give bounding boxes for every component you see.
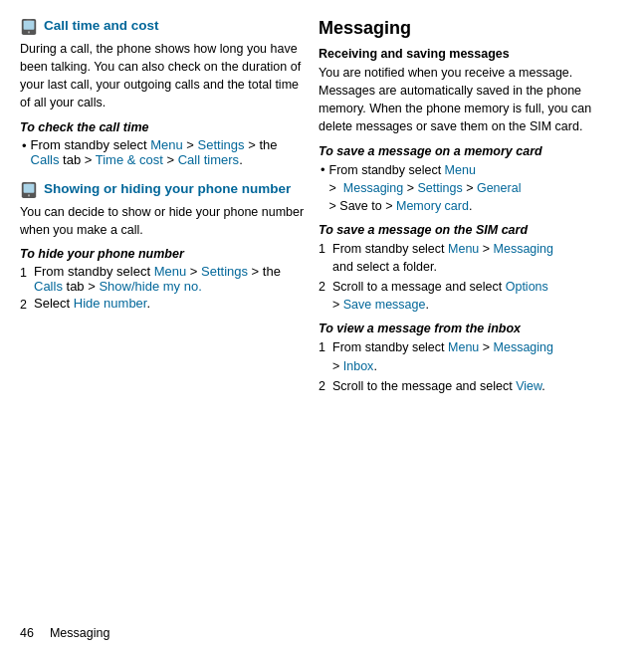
vi1-sep2: > xyxy=(332,359,343,373)
save-memory-text: From standby select Menu > Messaging > S… xyxy=(329,161,522,215)
hs1-pre: From standby select xyxy=(34,264,154,279)
cct-sep3: tab > xyxy=(59,152,95,167)
page-footer: 46 Messaging xyxy=(20,620,624,640)
hs1-m1: Menu xyxy=(154,264,187,279)
sm-sep4: > Save to > xyxy=(329,199,396,213)
save-sim-title: To save a message on the SIM card xyxy=(319,223,624,237)
check-call-time-text: From standby select Menu > Settings > th… xyxy=(31,137,309,167)
cct-menu5: Call timers xyxy=(178,152,239,167)
check-call-time-title: To check the call time xyxy=(20,120,309,134)
view-inbox-title: To view a message from the inbox xyxy=(319,322,624,335)
hide-number-step1: 1 From standby select Menu > Settings > … xyxy=(20,264,309,294)
left-column: Call time and cost During a call, the ph… xyxy=(20,18,309,620)
vi2-end: . xyxy=(541,379,544,393)
svg-rect-1 xyxy=(24,21,35,30)
call-time-title-row: Call time and cost xyxy=(20,18,309,36)
sm-sep2: > xyxy=(403,181,417,195)
phone-icon-2 xyxy=(20,181,38,199)
ss2-m1: Options xyxy=(506,280,548,294)
save-memory-steps: • From standby select Menu > Messaging >… xyxy=(321,161,624,215)
svg-rect-5 xyxy=(24,183,35,192)
vi2-text: Scroll to the message and select View. xyxy=(332,377,545,395)
svg-point-2 xyxy=(28,31,30,33)
vi2-num: 2 xyxy=(319,377,328,395)
check-call-time-steps: • From standby select Menu > Settings > … xyxy=(22,137,309,167)
vi1-text: From standby select Menu > Messaging> In… xyxy=(332,338,553,374)
vi1-m3: Inbox xyxy=(343,359,374,373)
sm-m5: Memory card xyxy=(396,199,469,213)
hs2-m: Hide number xyxy=(74,296,147,311)
save-sim-step1: 1 From standby select Menu > Messagingan… xyxy=(319,240,624,276)
bullet-dot: • xyxy=(22,137,27,156)
svg-rect-3 xyxy=(26,20,31,21)
cct-menu4: Time & cost xyxy=(96,152,163,167)
step2-num: 2 xyxy=(20,296,30,314)
cct-sep2: > the xyxy=(245,137,278,152)
ss1-num: 1 xyxy=(319,240,328,258)
vi1-m2: Messaging xyxy=(494,340,553,354)
call-time-section: Call time and cost During a call, the ph… xyxy=(20,18,309,167)
vi1-sep1: > xyxy=(479,340,493,354)
two-column-layout: Call time and cost During a call, the ph… xyxy=(20,18,624,620)
sm-end: . xyxy=(469,199,472,213)
receiving-body: You are notified when you receive a mess… xyxy=(319,64,624,136)
hs1-m2: Settings xyxy=(201,264,248,279)
ss1-text: From standby select Menu > Messagingand … xyxy=(332,240,553,276)
sm-sep1: > xyxy=(329,181,343,195)
svg-point-6 xyxy=(28,194,30,196)
cct-sep4: > xyxy=(163,152,178,167)
cct-menu3: Calls xyxy=(31,152,60,167)
show-hide-section: Showing or hiding your phone number You … xyxy=(20,181,309,314)
sm-pre: From standby select xyxy=(329,163,445,177)
hs1-m3: Calls xyxy=(34,279,63,294)
page: Call time and cost During a call, the ph… xyxy=(0,0,644,650)
ss2-text: Scroll to a message and select Options> … xyxy=(332,278,548,314)
vi1-num: 1 xyxy=(319,338,328,356)
cct-sep1: > xyxy=(183,137,198,152)
ss1-pre: From standby select xyxy=(332,242,448,256)
call-time-heading: Call time and cost xyxy=(44,18,159,35)
cct-menu1: Menu xyxy=(150,137,183,152)
hide-number-step2: 2 Select Hide number. xyxy=(20,296,309,314)
sm-sep3: > xyxy=(463,181,477,195)
sm-m1: Menu xyxy=(445,163,476,177)
hide-step1-text: From standby select Menu > Settings > th… xyxy=(34,264,309,294)
show-hide-heading: Showing or hiding your phone number xyxy=(44,181,291,198)
ss2-m2: Save message xyxy=(343,298,426,312)
check-call-time-subsection: To check the call time • From standby se… xyxy=(20,120,309,167)
vi2-m: View xyxy=(516,379,541,393)
ss2-pre: Scroll to a message and select xyxy=(332,280,506,294)
hide-step2-text: Select Hide number. xyxy=(34,296,150,311)
show-hide-body: You can decide to show or hide your phon… xyxy=(20,203,309,239)
view-inbox-step1: 1 From standby select Menu > Messaging> … xyxy=(319,338,624,374)
sm-m2: Messaging xyxy=(343,181,403,195)
hs1-s3: tab > xyxy=(63,279,100,294)
hide-number-subsection: To hide your phone number 1 From standby… xyxy=(20,247,309,314)
cct-menu2: Settings xyxy=(198,137,245,152)
ss1-sep1: > xyxy=(479,242,493,256)
svg-rect-7 xyxy=(26,182,31,183)
hs1-s2: > the xyxy=(248,264,281,279)
call-time-body: During a call, the phone shows how long … xyxy=(20,40,309,112)
right-column: Messaging Receiving and saving messages … xyxy=(319,18,624,620)
view-inbox-step2: 2 Scroll to the message and select View. xyxy=(319,377,624,395)
ss2-sep1: > xyxy=(332,298,343,312)
phone-icon xyxy=(20,18,38,36)
ss2-end: . xyxy=(425,298,428,312)
save-memory-title: To save a message on a memory card xyxy=(319,144,624,158)
save-memory-bullet: • xyxy=(321,161,325,180)
cct-pre: From standby select xyxy=(31,137,151,152)
hide-number-title: To hide your phone number xyxy=(20,247,309,261)
receiving-heading: Receiving and saving messages xyxy=(319,47,624,61)
hs2-pre: Select xyxy=(34,296,74,311)
hs1-s1: > xyxy=(186,264,201,279)
ss1-m1: Menu xyxy=(448,242,479,256)
hs2-end: . xyxy=(146,296,150,311)
ss1-end: and select a folder. xyxy=(332,260,437,274)
vi2-pre: Scroll to the message and select xyxy=(332,379,516,393)
sm-m3: Settings xyxy=(418,181,463,195)
save-sim-step2: 2 Scroll to a message and select Options… xyxy=(319,278,624,314)
ss1-m2: Messaging xyxy=(494,242,553,256)
vi1-end: . xyxy=(373,359,376,373)
vi1-m1: Menu xyxy=(448,340,479,354)
